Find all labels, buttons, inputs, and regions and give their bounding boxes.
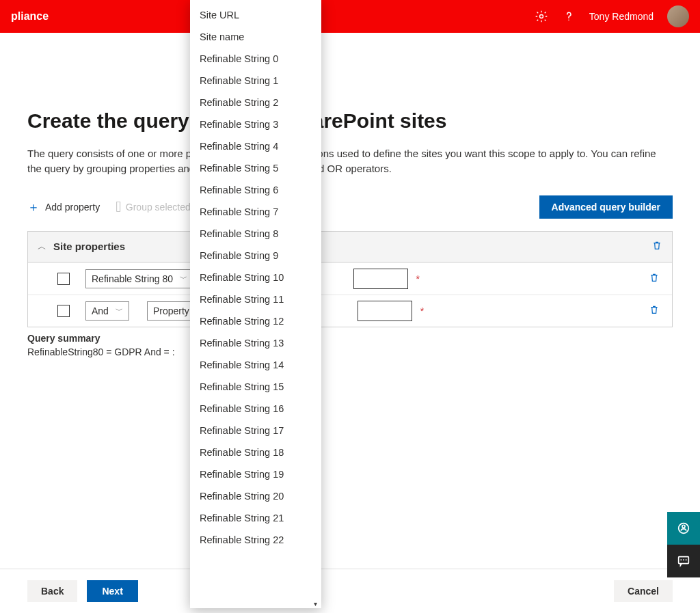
dropdown-item[interactable]: Refinable String 7 [190, 201, 321, 223]
property-select[interactable]: Refinable String 80 ﹀ [85, 269, 193, 288]
dropdown-item[interactable]: Refinable String 18 [190, 441, 321, 463]
dropdown-item[interactable]: Refinable String 13 [190, 332, 321, 354]
group-selected-label: Group selected [126, 202, 191, 213]
page-description: The query consists of one or more proper… [27, 146, 656, 176]
query-summary-text: RefinableString80 = GDPR And = : [27, 346, 673, 357]
dropdown-item[interactable]: Refinable String 15 [190, 376, 321, 398]
svg-point-3 [682, 525, 685, 528]
feedback-widget[interactable] [667, 545, 700, 577]
svg-point-0 [539, 15, 543, 18]
dropdown-item[interactable]: Refinable String 10 [190, 267, 321, 288]
site-properties-section: ︿ Site properties Refinable String 80 ﹀ … [27, 231, 673, 327]
add-property-label: Add property [45, 202, 100, 213]
dropdown-item[interactable]: Refinable String 9 [190, 245, 321, 267]
dropdown-item[interactable]: Refinable String 20 [190, 485, 321, 507]
topbar-right: Tony Redmond [535, 5, 689, 27]
delete-row-icon[interactable] [649, 304, 660, 318]
dropdown-item[interactable]: Site name [190, 26, 321, 48]
dropdown-item[interactable]: Refinable String 14 [190, 354, 321, 376]
group-selected-button: ⌷ Group selected [115, 200, 191, 213]
chevron-down-icon[interactable]: ▾ [314, 600, 317, 608]
operator-select-value: And [92, 305, 109, 316]
property-row: And ﹀ Property ﹀ * [28, 295, 672, 327]
footer: Back Next Cancel [0, 569, 700, 613]
dropdown-footer: ▾ [190, 599, 321, 608]
dropdown-item[interactable]: Refinable String 6 [190, 179, 321, 201]
dropdown-item[interactable]: Refinable String 19 [190, 463, 321, 485]
add-property-button[interactable]: ＋ Add property [27, 199, 100, 215]
dropdown-item[interactable]: Refinable String 21 [190, 507, 321, 529]
svg-point-1 [568, 20, 569, 21]
page-title: Create the query to define SharePoint si… [27, 109, 673, 133]
topbar: pliance Tony Redmond [0, 0, 700, 33]
property-dropdown[interactable]: Site URLSite nameRefinable String 0Refin… [190, 0, 321, 608]
dropdown-item[interactable]: Site URL [190, 4, 321, 26]
dropdown-item[interactable]: Refinable String 12 [190, 310, 321, 332]
chevron-down-icon: ﹀ [180, 273, 187, 284]
property-select-value: Refinable String 80 [92, 273, 173, 284]
app-title: pliance [11, 10, 49, 23]
property-select-value: Property [153, 305, 189, 316]
delete-section-icon[interactable] [651, 240, 662, 254]
side-widgets [667, 512, 700, 577]
value-input[interactable] [358, 301, 412, 321]
value-input[interactable] [353, 269, 408, 289]
dropdown-list[interactable]: Site URLSite nameRefinable String 0Refin… [190, 0, 321, 599]
dropdown-item[interactable]: Refinable String 8 [190, 223, 321, 245]
dropdown-item[interactable]: Refinable String 2 [190, 92, 321, 113]
support-widget[interactable] [667, 512, 700, 545]
chevron-down-icon: ﹀ [116, 305, 123, 316]
next-button[interactable]: Next [87, 580, 137, 602]
query-summary-label: Query summary [27, 333, 673, 344]
delete-row-icon[interactable] [649, 272, 660, 286]
collapse-icon[interactable]: ︿ [38, 241, 46, 253]
row-checkbox[interactable] [57, 305, 70, 317]
section-header[interactable]: ︿ Site properties [28, 232, 672, 262]
toolbar: ＋ Add property ⌷ Group selected Advanced… [27, 195, 673, 219]
required-indicator: * [416, 273, 420, 284]
row-checkbox[interactable] [57, 273, 70, 285]
cancel-button[interactable]: Cancel [614, 580, 673, 602]
dropdown-item[interactable]: Refinable String 16 [190, 398, 321, 420]
dropdown-item[interactable]: Refinable String 0 [190, 48, 321, 70]
section-title: Site properties [53, 241, 125, 252]
main-content: Create the query to define SharePoint si… [0, 109, 700, 357]
avatar[interactable] [667, 5, 689, 27]
operator-select[interactable]: And ﹀ [85, 301, 129, 321]
advanced-query-builder-button[interactable]: Advanced query builder [539, 195, 673, 219]
gear-icon[interactable] [535, 10, 548, 23]
dropdown-item[interactable]: Refinable String 3 [190, 113, 321, 135]
dropdown-item[interactable]: Refinable String 11 [190, 288, 321, 310]
dropdown-item[interactable]: Refinable String 5 [190, 157, 321, 179]
help-icon[interactable] [562, 10, 576, 23]
required-indicator: * [420, 305, 424, 316]
dropdown-item[interactable]: Refinable String 22 [190, 529, 321, 551]
dropdown-item[interactable]: Refinable String 1 [190, 70, 321, 92]
dropdown-item[interactable]: Refinable String 17 [190, 420, 321, 441]
group-icon: ⌷ [115, 200, 122, 213]
dropdown-item[interactable]: Refinable String 4 [190, 135, 321, 157]
back-button[interactable]: Back [27, 580, 77, 602]
property-row: Refinable String 80 ﹀ * * [28, 262, 672, 295]
plus-icon: ＋ [27, 199, 40, 215]
user-name[interactable]: Tony Redmond [589, 11, 654, 22]
